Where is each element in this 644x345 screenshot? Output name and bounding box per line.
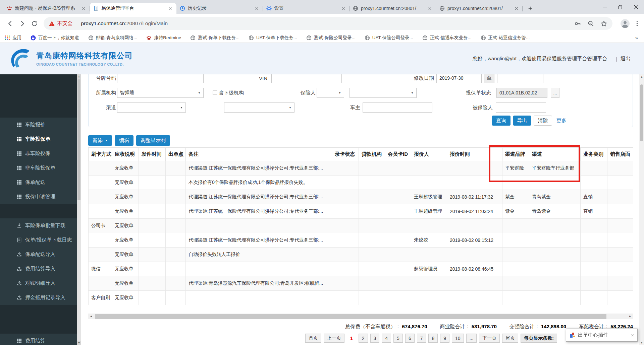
- page-number-4[interactable]: 4: [382, 334, 391, 343]
- reload-icon[interactable]: [28, 17, 40, 29]
- vin-input[interactable]: [271, 74, 342, 83]
- sidebar-item-8[interactable]: 投保申请管理: [0, 190, 77, 204]
- insurer-select-1[interactable]: ▼: [317, 88, 344, 98]
- sidebar-item-15[interactable]: 押金抵用记录导入: [0, 290, 77, 305]
- bookmark-item[interactable]: 百度一下，你就知道: [31, 35, 79, 41]
- bookmarks-overflow-chevron[interactable]: »: [635, 35, 639, 41]
- tab-close-icon[interactable]: [514, 6, 519, 11]
- page-number-1[interactable]: 1: [347, 334, 356, 343]
- url-bar[interactable]: 不安全 proxy1.countnet.cn :20807/Login/Main: [44, 17, 612, 30]
- bookmark-item[interactable]: 康特Redmine: [146, 35, 181, 41]
- sidebar-item-7[interactable]: 保单配送: [0, 175, 77, 190]
- table-row[interactable]: 无应收单代理渠道:江苏统一保险代理有限公司洪泽分公司;专代业务三部:...王琳超…: [89, 204, 633, 219]
- modify-date-to-input[interactable]: [497, 74, 543, 83]
- scroll-down-arrow[interactable]: ▼: [639, 340, 644, 345]
- sidebar-item-3[interactable]: 车险报价: [0, 118, 77, 132]
- scroll-up-arrow[interactable]: ▲: [639, 74, 644, 79]
- security-warning-label[interactable]: 不安全: [57, 20, 73, 27]
- page-number-5[interactable]: 5: [393, 334, 403, 343]
- table-row[interactable]: 客户自刷无应收单: [89, 291, 633, 305]
- bookmark-item[interactable]: 邮箱-青岛康特网络...: [88, 35, 138, 41]
- page-number-3[interactable]: 3: [370, 334, 380, 343]
- insurer-select-2[interactable]: ▼: [350, 88, 417, 98]
- back-icon[interactable]: [4, 17, 16, 29]
- policy-status-more-button[interactable]: ...: [551, 88, 559, 98]
- tab-close-icon[interactable]: [340, 6, 346, 11]
- sidebar-item-18[interactable]: 费用结算: [0, 334, 77, 345]
- tab-close-icon[interactable]: [254, 6, 260, 11]
- browser-tab[interactable]: 历史记录: [176, 3, 263, 14]
- page-ellipsis-button[interactable]: ...: [466, 334, 477, 343]
- org-select[interactable]: 智择通▼: [117, 88, 204, 98]
- horizontal-scrollbar[interactable]: ◄ ►: [88, 314, 633, 319]
- bookmark-item[interactable]: UAT-保单下载任务...: [249, 35, 297, 41]
- channel-select-1[interactable]: ▼: [117, 102, 186, 113]
- owner-input[interactable]: [363, 102, 432, 113]
- bookmark-item[interactable]: 正式-诺亚信业务管...: [481, 35, 530, 41]
- search-button[interactable]: 查询: [492, 116, 511, 126]
- include-sub-org-checkbox[interactable]: 含下级机构: [213, 90, 244, 96]
- add-button[interactable]: 新添▼: [88, 135, 112, 146]
- restore-icon[interactable]: [612, 0, 628, 14]
- page-number-2[interactable]: 2: [359, 334, 368, 343]
- page-number-6[interactable]: 6: [405, 334, 415, 343]
- page-number-8[interactable]: 8: [428, 334, 438, 343]
- sidebar-item-5[interactable]: 非车险投保: [0, 146, 77, 161]
- scroll-down-arrow[interactable]: ▼: [77, 341, 81, 345]
- horizontal-scroll-thumb[interactable]: [95, 314, 606, 319]
- browser-tab[interactable]: 设置: [263, 3, 350, 14]
- new-tab-button[interactable]: [525, 3, 535, 13]
- plate-number-input[interactable]: [117, 74, 204, 83]
- sidebar-item-10[interactable]: 车险保单批量下载: [0, 218, 77, 233]
- checkbox-icon[interactable]: [213, 91, 217, 95]
- bookmark-item[interactable]: UAT-保险公司登录...: [365, 35, 413, 41]
- apps-shortcut[interactable]: 应用: [5, 35, 21, 41]
- last-page-button[interactable]: 尾页: [502, 334, 518, 343]
- sidebar-item-6[interactable]: 非车险投保单: [0, 161, 77, 175]
- table-row[interactable]: 微信无应收单超级管理员2019-08-02 08:46:45: [89, 262, 633, 276]
- export-button[interactable]: 导出: [513, 116, 531, 126]
- browser-tab[interactable]: 易保通管理平台: [90, 3, 176, 14]
- table-row[interactable]: 无应收单代理渠道:青岛泽慧源汽车保险代理有限公司;青岛开发区:张凯留...: [89, 276, 633, 291]
- clear-button[interactable]: 清除: [534, 116, 552, 126]
- browser-tab[interactable]: proxy1.countnet.cn:20801/: [436, 3, 523, 14]
- edit-button[interactable]: 编辑: [115, 135, 133, 146]
- adjust-columns-button[interactable]: 调整显示列: [136, 135, 170, 146]
- page-number-7[interactable]: 7: [417, 334, 426, 343]
- sidebar-scrollbar[interactable]: ▲ ▼: [77, 74, 81, 345]
- browser-tab[interactable]: proxy1.countnet.cn:20801/: [350, 3, 436, 14]
- bookmark-item[interactable]: 测试-保单下载任务...: [190, 35, 239, 41]
- page-number-10[interactable]: 10: [452, 334, 464, 343]
- sidebar-item-4[interactable]: 车险投保单: [0, 132, 77, 146]
- horizontal-scroll-track[interactable]: [94, 314, 627, 319]
- bookmark-star-icon[interactable]: [601, 20, 607, 27]
- profile-avatar-icon[interactable]: [621, 19, 630, 28]
- prev-page-button[interactable]: 上一页: [324, 334, 344, 343]
- close-icon[interactable]: ×: [631, 332, 634, 338]
- sidebar-item-13[interactable]: 费用结算导入: [0, 262, 77, 276]
- logout-link[interactable]: 退出: [621, 55, 631, 62]
- sidebar-item-12[interactable]: 保单配送导入: [0, 247, 77, 262]
- modify-date-from-input[interactable]: [436, 74, 482, 83]
- page-scrollbar-thumb[interactable]: [640, 84, 643, 141]
- next-page-button[interactable]: 下一页: [479, 334, 500, 343]
- table-row[interactable]: 公司卡无应收单: [89, 219, 633, 233]
- scroll-right-arrow[interactable]: ►: [627, 314, 633, 319]
- sidebar-item-11[interactable]: 保单/投保单下载日志: [0, 233, 77, 247]
- first-page-button[interactable]: 首页: [305, 334, 321, 343]
- tab-close-icon[interactable]: [427, 6, 433, 11]
- browser-tab[interactable]: 新建问题 - 易保通-B/S管理系: [3, 3, 90, 14]
- chrome-menu-icon[interactable]: [634, 21, 640, 26]
- close-window-icon[interactable]: [628, 0, 644, 14]
- bookmark-item[interactable]: 测试-保险公司登录...: [306, 35, 356, 41]
- password-key-icon[interactable]: [575, 20, 581, 27]
- zoom-out-icon[interactable]: [588, 20, 594, 27]
- page-scrollbar[interactable]: ▲ ▼: [639, 74, 644, 345]
- minimize-icon[interactable]: [597, 0, 612, 14]
- page-number-9[interactable]: 9: [440, 334, 449, 343]
- scroll-left-arrow[interactable]: ◄: [88, 314, 94, 319]
- bookmark-item[interactable]: 正式-信通车友业务...: [422, 35, 472, 41]
- policy-status-input[interactable]: [496, 88, 547, 98]
- scroll-up-arrow[interactable]: ▲: [77, 74, 81, 79]
- tab-close-icon[interactable]: [167, 6, 173, 11]
